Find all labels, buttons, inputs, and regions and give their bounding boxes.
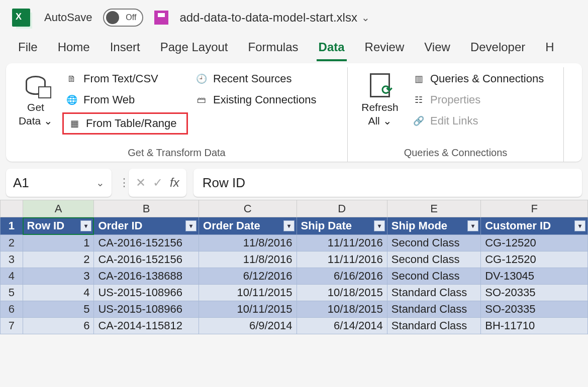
tab-home[interactable]: Home <box>56 37 92 61</box>
filter-icon[interactable]: ▾ <box>185 220 197 231</box>
cell[interactable]: CA-2016-138688 <box>94 268 199 285</box>
cell[interactable]: 5 <box>23 301 94 318</box>
cell[interactable]: 11/11/2016 <box>297 235 387 251</box>
filter-icon[interactable]: ▾ <box>283 220 295 231</box>
tab-view[interactable]: View <box>422 37 452 61</box>
row-header-3[interactable]: 3 <box>1 251 23 268</box>
tab-data[interactable]: Data <box>317 37 347 61</box>
name-box[interactable]: A1 ⌄ <box>6 169 112 197</box>
autosave-toggle[interactable]: Off <box>103 9 143 27</box>
links-icon: 🔗 <box>412 114 425 127</box>
tab-formulas[interactable]: Formulas <box>246 37 301 61</box>
cell[interactable]: Standard Class <box>387 301 480 318</box>
cell[interactable]: 6/12/2016 <box>199 268 297 285</box>
cell[interactable]: Second Class <box>387 251 480 268</box>
queries-connections-button[interactable]: ▥ Queries & Connections <box>409 70 547 87</box>
tab-page-layout[interactable]: Page Layout <box>158 37 230 61</box>
cell[interactable]: CA-2016-152156 <box>94 251 199 268</box>
from-web-button[interactable]: 🌐 From Web <box>62 91 188 108</box>
cell[interactable]: 6/9/2014 <box>199 318 297 334</box>
cell[interactable]: CA-2016-152156 <box>94 235 199 251</box>
existing-connections-button[interactable]: 🗃 Existing Connections <box>192 91 319 108</box>
from-table-range-button[interactable]: ▦ From Table/Range <box>62 112 188 135</box>
col-header-b[interactable]: B <box>94 200 199 217</box>
cell[interactable]: 11/11/2016 <box>297 251 387 268</box>
enter-icon[interactable]: ✓ <box>153 176 163 190</box>
cell[interactable]: CG-12520 <box>481 251 588 268</box>
cell[interactable]: US-2015-108966 <box>94 301 199 318</box>
cell[interactable]: 10/18/2015 <box>297 301 387 318</box>
cell[interactable]: US-2015-108966 <box>94 285 199 301</box>
col-header-c[interactable]: C <box>199 200 297 217</box>
edit-links-button[interactable]: 🔗 Edit Links <box>409 112 547 130</box>
save-icon[interactable] <box>154 11 168 25</box>
cell[interactable]: 10/11/2015 <box>199 285 297 301</box>
filter-icon[interactable]: ▾ <box>467 220 478 231</box>
cell[interactable]: 6 <box>23 318 94 334</box>
row-header-1[interactable]: 1 <box>1 217 23 235</box>
header-order-id[interactable]: Order ID▾ <box>94 217 199 235</box>
recent-sources-button[interactable]: 🕘 Recent Sources <box>192 70 319 87</box>
col-header-f[interactable]: F <box>481 200 588 217</box>
header-customer-id[interactable]: Customer ID▾ <box>481 217 588 235</box>
header-ship-mode[interactable]: Ship Mode▾ <box>387 217 480 235</box>
col-header-a[interactable]: A <box>23 200 94 217</box>
filter-icon[interactable]: ▾ <box>80 220 91 231</box>
table-row[interactable]: 2 1 CA-2016-152156 11/8/2016 11/11/2016 … <box>1 235 588 251</box>
table-row[interactable]: 7 6 CA-2014-115812 6/9/2014 6/14/2014 St… <box>1 318 588 334</box>
cell[interactable]: Standard Class <box>387 285 480 301</box>
header-ship-date[interactable]: Ship Date▾ <box>297 217 387 235</box>
tab-insert[interactable]: Insert <box>108 37 142 61</box>
refresh-all-button[interactable]: RefreshAll ⌄ <box>355 70 405 130</box>
filter-icon[interactable]: ▾ <box>374 220 385 231</box>
cell[interactable]: 10/18/2015 <box>297 285 387 301</box>
cell[interactable]: 2 <box>23 251 94 268</box>
select-all-corner[interactable] <box>1 200 23 217</box>
cell[interactable]: Standard Class <box>387 318 480 334</box>
filter-icon[interactable]: ▾ <box>574 220 585 231</box>
workbook-filename[interactable]: add-data-to-data-model-start.xlsx ⌄ <box>179 11 369 25</box>
group-overflow <box>564 67 582 162</box>
cell[interactable]: 3 <box>23 268 94 285</box>
tab-file[interactable]: File <box>16 37 40 61</box>
cell[interactable]: 4 <box>23 285 94 301</box>
cell[interactable]: BH-11710 <box>481 318 588 334</box>
cell[interactable]: 6/16/2016 <box>297 268 387 285</box>
cell[interactable]: CA-2014-115812 <box>94 318 199 334</box>
cell[interactable]: 1 <box>23 235 94 251</box>
cell[interactable]: SO-20335 <box>481 301 588 318</box>
col-header-d[interactable]: D <box>297 200 387 217</box>
col-header-e[interactable]: E <box>387 200 480 217</box>
cell[interactable]: Second Class <box>387 268 480 285</box>
header-row-id[interactable]: Row ID▾ <box>23 217 94 235</box>
properties-button[interactable]: ☷ Properties <box>409 91 547 108</box>
row-header-5[interactable]: 5 <box>1 285 23 301</box>
table-row[interactable]: 5 4 US-2015-108966 10/11/2015 10/18/2015… <box>1 285 588 301</box>
cell[interactable]: CG-12520 <box>481 235 588 251</box>
from-text-csv-button[interactable]: 🗎 From Text/CSV <box>62 70 188 87</box>
row-header-4[interactable]: 4 <box>1 268 23 285</box>
tab-developer[interactable]: Developer <box>468 37 527 61</box>
table-row[interactable]: 3 2 CA-2016-152156 11/8/2016 11/11/2016 … <box>1 251 588 268</box>
cell[interactable]: 10/11/2015 <box>199 301 297 318</box>
table-row[interactable]: 6 5 US-2015-108966 10/11/2015 10/18/2015… <box>1 301 588 318</box>
tab-help[interactable]: H <box>543 37 556 61</box>
header-order-date[interactable]: Order Date▾ <box>199 217 297 235</box>
cell[interactable]: 6/14/2014 <box>297 318 387 334</box>
cell[interactable]: 11/8/2016 <box>199 251 297 268</box>
formula-input[interactable]: Row ID <box>193 169 582 197</box>
cancel-icon[interactable]: ✕ <box>136 176 146 190</box>
cell[interactable]: Second Class <box>387 235 480 251</box>
cell[interactable]: 11/8/2016 <box>199 235 297 251</box>
fx-icon[interactable]: fx <box>170 176 179 190</box>
tab-review[interactable]: Review <box>363 37 407 61</box>
namebox-dropdown-icon[interactable]: ⌄ <box>96 177 105 189</box>
row-header-2[interactable]: 2 <box>1 235 23 251</box>
row-header-6[interactable]: 6 <box>1 301 23 318</box>
worksheet-grid[interactable]: A B C D E F 1 Row ID▾ Order ID▾ Order Da… <box>0 200 588 334</box>
cell[interactable]: DV-13045 <box>481 268 588 285</box>
row-header-7[interactable]: 7 <box>1 318 23 334</box>
get-data-button[interactable]: GetData ⌄ <box>13 70 58 135</box>
table-row[interactable]: 4 3 CA-2016-138688 6/12/2016 6/16/2016 S… <box>1 268 588 285</box>
cell[interactable]: SO-20335 <box>481 285 588 301</box>
